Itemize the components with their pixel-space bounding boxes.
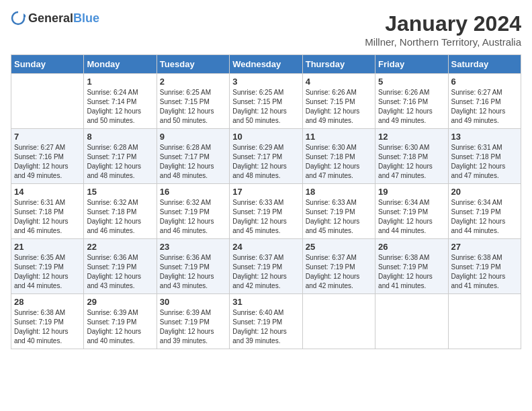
calendar-cell: 1Sunrise: 6:24 AMSunset: 7:14 PMDaylight… [84,74,157,129]
day-number: 17 [232,187,299,197]
day-number: 30 [160,297,226,307]
calendar-week-row: 28Sunrise: 6:38 AMSunset: 7:19 PMDayligh… [11,294,521,349]
day-info: Sunrise: 6:33 AMSunset: 7:19 PMDaylight:… [232,198,299,236]
calendar-cell: 12Sunrise: 6:30 AMSunset: 7:18 PMDayligh… [375,129,448,184]
calendar-table: SundayMondayTuesdayWednesdayThursdayFrid… [11,54,521,349]
calendar-subtitle: Millner, Northern Territory, Australia [365,36,521,48]
day-number: 22 [87,242,153,252]
day-info: Sunrise: 6:26 AMSunset: 7:15 PMDaylight:… [306,88,372,126]
calendar-cell: 20Sunrise: 6:34 AMSunset: 7:19 PMDayligh… [448,184,521,239]
calendar-cell: 23Sunrise: 6:36 AMSunset: 7:19 PMDayligh… [157,239,229,294]
day-info: Sunrise: 6:36 AMSunset: 7:19 PMDaylight:… [160,253,226,291]
day-number: 13 [451,132,518,142]
day-info: Sunrise: 6:34 AMSunset: 7:19 PMDaylight:… [378,198,445,236]
day-info: Sunrise: 6:38 AMSunset: 7:19 PMDaylight:… [451,253,518,291]
calendar-cell: 29Sunrise: 6:39 AMSunset: 7:19 PMDayligh… [84,294,157,349]
day-info: Sunrise: 6:36 AMSunset: 7:19 PMDaylight:… [87,253,153,291]
title-block: January 2024 Millner, Northern Territory… [365,11,521,48]
day-info: Sunrise: 6:25 AMSunset: 7:15 PMDaylight:… [160,88,226,126]
day-number: 21 [14,242,81,252]
calendar-cell: 24Sunrise: 6:37 AMSunset: 7:19 PMDayligh… [230,239,302,294]
calendar-cell: 8Sunrise: 6:28 AMSunset: 7:17 PMDaylight… [84,129,157,184]
day-info: Sunrise: 6:29 AMSunset: 7:17 PMDaylight:… [232,143,299,181]
calendar-cell: 4Sunrise: 6:26 AMSunset: 7:15 PMDaylight… [302,74,375,129]
day-number: 20 [451,187,518,197]
day-info: Sunrise: 6:35 AMSunset: 7:19 PMDaylight:… [14,253,81,291]
day-info: Sunrise: 6:32 AMSunset: 7:19 PMDaylight:… [160,198,226,236]
day-number: 23 [160,242,226,252]
day-info: Sunrise: 6:26 AMSunset: 7:16 PMDaylight:… [378,88,445,126]
day-info: Sunrise: 6:24 AMSunset: 7:14 PMDaylight:… [87,88,153,126]
calendar-header-row: SundayMondayTuesdayWednesdayThursdayFrid… [11,55,521,74]
day-number: 29 [87,297,153,307]
calendar-cell: 13Sunrise: 6:31 AMSunset: 7:18 PMDayligh… [448,129,521,184]
day-info: Sunrise: 6:40 AMSunset: 7:19 PMDaylight:… [232,308,299,346]
calendar-cell: 2Sunrise: 6:25 AMSunset: 7:15 PMDaylight… [157,74,229,129]
calendar-week-row: 1Sunrise: 6:24 AMSunset: 7:14 PMDaylight… [11,74,521,129]
day-number: 10 [232,132,299,142]
header-friday: Friday [375,55,448,74]
day-number: 2 [160,77,226,87]
calendar-cell: 21Sunrise: 6:35 AMSunset: 7:19 PMDayligh… [11,239,84,294]
calendar-cell: 22Sunrise: 6:36 AMSunset: 7:19 PMDayligh… [84,239,157,294]
day-info: Sunrise: 6:39 AMSunset: 7:19 PMDaylight:… [160,308,226,346]
calendar-cell: 25Sunrise: 6:37 AMSunset: 7:19 PMDayligh… [302,239,375,294]
calendar-cell: 11Sunrise: 6:30 AMSunset: 7:18 PMDayligh… [302,129,375,184]
calendar-week-row: 7Sunrise: 6:27 AMSunset: 7:16 PMDaylight… [11,129,521,184]
day-number: 1 [87,77,153,87]
day-info: Sunrise: 6:37 AMSunset: 7:19 PMDaylight:… [232,253,299,291]
calendar-cell: 28Sunrise: 6:38 AMSunset: 7:19 PMDayligh… [11,294,84,349]
day-number: 19 [378,187,445,197]
calendar-cell: 19Sunrise: 6:34 AMSunset: 7:19 PMDayligh… [375,184,448,239]
logo: GeneralBlue [11,11,99,26]
day-number: 3 [232,77,299,87]
calendar-cell: 18Sunrise: 6:33 AMSunset: 7:19 PMDayligh… [302,184,375,239]
day-info: Sunrise: 6:32 AMSunset: 7:18 PMDaylight:… [87,198,153,236]
calendar-cell: 6Sunrise: 6:27 AMSunset: 7:16 PMDaylight… [448,74,521,129]
calendar-cell: 7Sunrise: 6:27 AMSunset: 7:16 PMDaylight… [11,129,84,184]
calendar-cell: 5Sunrise: 6:26 AMSunset: 7:16 PMDaylight… [375,74,448,129]
calendar-cell: 9Sunrise: 6:28 AMSunset: 7:17 PMDaylight… [157,129,229,184]
header-wednesday: Wednesday [230,55,302,74]
header-saturday: Saturday [448,55,521,74]
day-info: Sunrise: 6:27 AMSunset: 7:16 PMDaylight:… [14,143,81,181]
day-number: 14 [14,187,81,197]
day-number: 26 [378,242,445,252]
calendar-title: January 2024 [365,11,521,36]
day-info: Sunrise: 6:28 AMSunset: 7:17 PMDaylight:… [87,143,153,181]
day-number: 5 [378,77,445,87]
day-number: 8 [87,132,153,142]
day-number: 16 [160,187,226,197]
day-number: 24 [232,242,299,252]
calendar-cell: 15Sunrise: 6:32 AMSunset: 7:18 PMDayligh… [84,184,157,239]
day-info: Sunrise: 6:30 AMSunset: 7:18 PMDaylight:… [378,143,445,181]
header-tuesday: Tuesday [157,55,229,74]
day-info: Sunrise: 6:37 AMSunset: 7:19 PMDaylight:… [306,253,372,291]
day-number: 25 [306,242,372,252]
day-info: Sunrise: 6:25 AMSunset: 7:15 PMDaylight:… [232,88,299,126]
calendar-week-row: 21Sunrise: 6:35 AMSunset: 7:19 PMDayligh… [11,239,521,294]
calendar-cell: 27Sunrise: 6:38 AMSunset: 7:19 PMDayligh… [448,239,521,294]
day-info: Sunrise: 6:39 AMSunset: 7:19 PMDaylight:… [87,308,153,346]
calendar-cell [302,294,375,349]
day-number: 18 [306,187,372,197]
calendar-cell: 10Sunrise: 6:29 AMSunset: 7:17 PMDayligh… [230,129,302,184]
header-sunday: Sunday [11,55,84,74]
day-number: 6 [451,77,518,87]
day-number: 12 [378,132,445,142]
day-info: Sunrise: 6:31 AMSunset: 7:18 PMDaylight:… [451,143,518,181]
calendar-cell [375,294,448,349]
calendar-cell [448,294,521,349]
day-info: Sunrise: 6:27 AMSunset: 7:16 PMDaylight:… [451,88,518,126]
day-info: Sunrise: 6:28 AMSunset: 7:17 PMDaylight:… [160,143,226,181]
day-number: 27 [451,242,518,252]
page-header: GeneralBlue January 2024 Millner, Northe… [11,11,521,48]
calendar-cell: 30Sunrise: 6:39 AMSunset: 7:19 PMDayligh… [157,294,229,349]
header-thursday: Thursday [302,55,375,74]
svg-marker-0 [24,13,26,19]
day-info: Sunrise: 6:34 AMSunset: 7:19 PMDaylight:… [451,198,518,236]
day-number: 4 [306,77,372,87]
calendar-cell: 31Sunrise: 6:40 AMSunset: 7:19 PMDayligh… [230,294,302,349]
calendar-cell: 14Sunrise: 6:31 AMSunset: 7:18 PMDayligh… [11,184,84,239]
day-info: Sunrise: 6:30 AMSunset: 7:18 PMDaylight:… [306,143,372,181]
